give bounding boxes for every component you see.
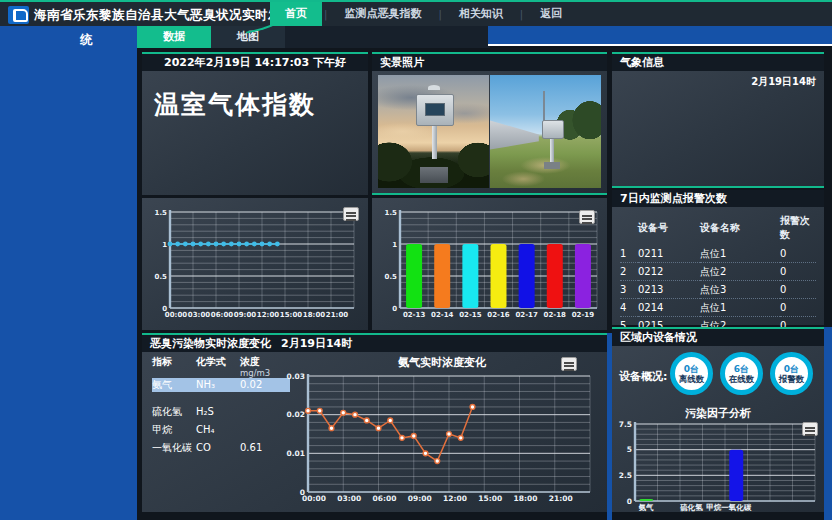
odor-table: 指标 化学式 浓度 mg/m3 氨气 NH₃ 0.02 硫化氢 H₂S 甲烷 C… xyxy=(152,355,290,455)
logo-icon xyxy=(13,9,28,22)
nav-item-knowledge[interactable]: 相关知识 xyxy=(444,2,518,26)
chart-menu-hamburger-icon[interactable] xyxy=(802,422,818,436)
alarm-panel-title: 7日内监测点报警次数 xyxy=(612,190,824,207)
tab-data[interactable]: 数据 xyxy=(137,26,211,48)
odor-table-header: 指标 化学式 浓度 xyxy=(152,355,290,369)
greenhouse-trend-panel: 00.511.500:0003:0006:0009:0012:0015:0018… xyxy=(142,198,368,330)
svg-text:18:00: 18:00 xyxy=(514,494,538,503)
svg-text:2.5: 2.5 xyxy=(619,471,632,480)
main-nav: 首页 | 监测点恶臭指数 | 相关知识 | 返回 xyxy=(270,2,577,26)
photo-strip xyxy=(378,75,601,188)
device-overview-label: 设备概况: xyxy=(619,369,667,384)
nav-separator: | xyxy=(520,9,523,20)
app-logo xyxy=(8,6,29,24)
greenhouse-trend-chart: 00.511.500:0003:0006:0009:0012:0015:0018… xyxy=(144,202,366,326)
station2-cabinet xyxy=(542,120,564,139)
svg-text:氨气: 氨气 xyxy=(638,503,655,512)
svg-text:02-15: 02-15 xyxy=(459,311,482,319)
svg-text:02-18: 02-18 xyxy=(544,311,567,319)
svg-text:甲烷: 甲烷 xyxy=(706,503,722,512)
svg-text:0: 0 xyxy=(392,305,397,313)
svg-text:一氧化碳: 一氧化碳 xyxy=(721,503,752,512)
ammonia-trend-chart: 00.010.020.0300:0003:0006:0009:0012:0015… xyxy=(282,370,602,508)
svg-text:0.01: 0.01 xyxy=(286,449,305,458)
datetime-text: 2022年2月19日 14:17:03 下午好 xyxy=(142,54,368,71)
alarm-table-row: 10211点位10 xyxy=(620,245,816,263)
svg-text:7.5: 7.5 xyxy=(619,420,632,429)
svg-text:0.5: 0.5 xyxy=(155,273,168,281)
stat-circle-alarm: 0台 报警数 xyxy=(770,352,813,395)
stat-circle-offline: 0台 离线数 xyxy=(670,352,713,395)
svg-text:12:00: 12:00 xyxy=(257,311,279,319)
svg-text:0.03: 0.03 xyxy=(286,372,305,381)
ammonia-chart-title: 氨气实时浓度变化 xyxy=(282,355,602,370)
pollution-factor-chart: 02.557.5氨气硫化氢甲烷一氧化碳 xyxy=(615,418,821,514)
weather-date: 2月19日14时 xyxy=(751,75,816,89)
station2-base xyxy=(544,162,560,169)
chart-menu-hamburger-icon[interactable] xyxy=(561,357,577,371)
odor-row-co[interactable]: 一氧化碳 CO 0.61 xyxy=(152,441,290,455)
alarm-table-row: 30213点位30 xyxy=(620,281,816,299)
title-overflow-text: 统 xyxy=(80,32,93,49)
svg-text:5: 5 xyxy=(627,445,632,454)
svg-text:1: 1 xyxy=(392,241,397,249)
weather-panel-title: 气象信息 xyxy=(612,54,824,71)
photos-panel-title: 实景照片 xyxy=(372,54,607,71)
svg-text:00:00: 00:00 xyxy=(165,311,187,319)
odor-row-h2s[interactable]: 硫化氢 H₂S xyxy=(152,405,290,419)
device-status-panel: 区域内设备情况 设备概况: 0台 离线数 6台 在线数 0台 报警数 污染因子分… xyxy=(612,327,824,512)
svg-text:02-14: 02-14 xyxy=(431,311,454,319)
svg-text:03:00: 03:00 xyxy=(337,494,361,503)
alarm-table-header: 设备号 设备名称 报警次数 xyxy=(620,212,816,245)
svg-text:02-17: 02-17 xyxy=(515,311,538,319)
field-wall xyxy=(490,118,539,150)
nav-separator: | xyxy=(438,9,441,20)
svg-text:1.5: 1.5 xyxy=(155,209,168,217)
site-photo-sunset xyxy=(378,75,489,188)
odor-panel-title: 恶臭污染物实时浓度变化 xyxy=(150,335,271,352)
top-header: 海南省乐东黎族自治县大气恶臭状况实时发布系 首页 | 监测点恶臭指数 | 相关知… xyxy=(0,0,832,26)
alarm-table-row: 20212点位20 xyxy=(620,263,816,281)
svg-text:00:00: 00:00 xyxy=(302,494,326,503)
svg-text:15:00: 15:00 xyxy=(478,494,502,503)
svg-text:02-13: 02-13 xyxy=(403,311,426,319)
nav-item-home[interactable]: 首页 xyxy=(270,2,322,26)
svg-text:21:00: 21:00 xyxy=(549,494,573,503)
svg-text:09:00: 09:00 xyxy=(408,494,432,503)
svg-text:21:00: 21:00 xyxy=(326,311,348,319)
svg-text:12:00: 12:00 xyxy=(443,494,467,503)
station-antenna xyxy=(428,85,440,90)
odor-concentration-panel: 恶臭污染物实时浓度变化 2月19日14时 指标 化学式 浓度 mg/m3 氨气 … xyxy=(142,333,607,512)
weather-panel: 气象信息 2月19日14时 xyxy=(612,52,824,188)
greenhouse-headline: 温室气体指数 xyxy=(154,88,316,121)
left-sidebar: 统 xyxy=(0,26,137,520)
station-screen xyxy=(425,103,445,116)
chart-menu-hamburger-icon[interactable] xyxy=(579,210,595,224)
device-panel-title: 区域内设备情况 xyxy=(612,329,824,346)
station-base xyxy=(420,167,448,183)
right-edge-decoration xyxy=(824,327,832,520)
svg-text:02-19: 02-19 xyxy=(572,311,595,319)
odor-row-ch4[interactable]: 甲烷 CH₄ xyxy=(152,423,290,437)
weekly-index-chart: 00.511.502-1302-1402-1502-1602-1702-1802… xyxy=(374,202,605,326)
stat-circle-online: 6台 在线数 xyxy=(720,352,763,395)
header-blue-band xyxy=(488,26,832,46)
nav-item-back[interactable]: 返回 xyxy=(525,2,577,26)
svg-text:硫化氢: 硫化氢 xyxy=(680,503,703,512)
site-photo-field xyxy=(490,75,601,188)
nav-item-odor-index[interactable]: 监测点恶臭指数 xyxy=(329,2,436,26)
odor-panel-header: 恶臭污染物实时浓度变化 2月19日14时 xyxy=(142,335,607,352)
site-photos-panel: 实景照片 xyxy=(372,52,607,195)
device-stat-circles: 0台 离线数 6台 在线数 0台 报警数 xyxy=(670,352,813,395)
svg-text:0: 0 xyxy=(627,497,632,506)
chart-menu-hamburger-icon[interactable] xyxy=(343,207,359,221)
nav-separator: | xyxy=(324,9,327,20)
svg-text:15:00: 15:00 xyxy=(280,311,302,319)
svg-text:1: 1 xyxy=(162,241,167,249)
ammonia-chart-block: 氨气实时浓度变化 00.010.020.0300:0003:0006:0009:… xyxy=(282,355,602,511)
odor-row-ammonia[interactable]: 氨气 NH₃ 0.02 xyxy=(152,378,290,392)
svg-text:0.5: 0.5 xyxy=(385,273,398,281)
weekly-index-panel: 00.511.502-1302-1402-1502-1602-1702-1802… xyxy=(372,198,607,330)
svg-text:0.02: 0.02 xyxy=(286,410,305,419)
svg-text:06:00: 06:00 xyxy=(211,311,233,319)
